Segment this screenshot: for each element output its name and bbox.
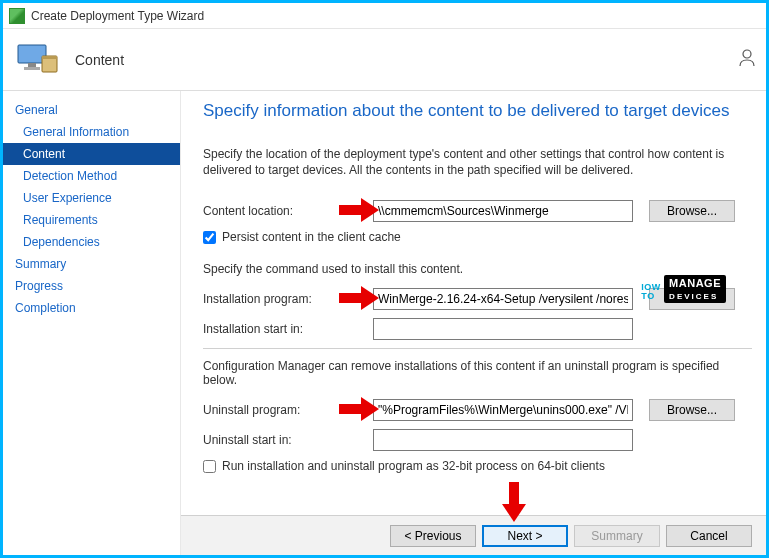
monitor-icon bbox=[17, 42, 59, 78]
persist-checkbox[interactable] bbox=[203, 231, 216, 244]
main: GeneralGeneral InformationContentDetecti… bbox=[3, 91, 766, 555]
content-desc: Specify the location of the deployment t… bbox=[203, 147, 733, 178]
watermark: IOW TO MANAGE DEVICES bbox=[641, 275, 726, 303]
browse-location-button[interactable]: Browse... bbox=[649, 200, 735, 222]
install-start-label: Installation start in: bbox=[203, 322, 373, 336]
next-button[interactable]: Next > bbox=[482, 525, 568, 547]
run32-label: Run installation and uninstall program a… bbox=[222, 459, 605, 473]
browse-uninstall-button[interactable]: Browse... bbox=[649, 399, 735, 421]
wizard-sidebar: GeneralGeneral InformationContentDetecti… bbox=[3, 91, 181, 555]
sidebar-item-general-information[interactable]: General Information bbox=[3, 121, 180, 143]
wizard-header: Content bbox=[3, 29, 766, 91]
uninstall-start-label: Uninstall start in: bbox=[203, 433, 373, 447]
watermark-how: IOW TO bbox=[641, 283, 661, 301]
row-persist: Persist content in the client cache bbox=[203, 230, 752, 244]
sidebar-item-user-experience[interactable]: User Experience bbox=[3, 187, 180, 209]
sidebar-item-content[interactable]: Content bbox=[3, 143, 180, 165]
window-title: Create Deployment Type Wizard bbox=[31, 9, 204, 23]
uninstall-start-input[interactable] bbox=[373, 429, 633, 451]
uninstall-program-label: Uninstall program: bbox=[203, 403, 373, 417]
uninstall-desc: Configuration Manager can remove install… bbox=[203, 359, 752, 387]
row-run32: Run installation and uninstall program a… bbox=[203, 459, 752, 473]
svg-rect-1 bbox=[28, 63, 36, 67]
cancel-button[interactable]: Cancel bbox=[666, 525, 752, 547]
summary-button: Summary bbox=[574, 525, 660, 547]
previous-button[interactable]: < Previous bbox=[390, 525, 476, 547]
content-location-label: Content location: bbox=[203, 204, 373, 218]
sidebar-item-summary[interactable]: Summary bbox=[3, 253, 180, 275]
app-icon bbox=[9, 8, 25, 24]
header-title: Content bbox=[75, 52, 124, 68]
content-pane: Specify information about the content to… bbox=[181, 91, 766, 555]
persist-label: Persist content in the client cache bbox=[222, 230, 401, 244]
content-heading: Specify information about the content to… bbox=[203, 101, 752, 121]
svg-rect-2 bbox=[24, 67, 40, 70]
sidebar-item-general[interactable]: General bbox=[3, 99, 180, 121]
svg-rect-4 bbox=[42, 56, 57, 59]
sidebar-item-dependencies[interactable]: Dependencies bbox=[3, 231, 180, 253]
user-icon[interactable] bbox=[738, 47, 760, 69]
title-bar: Create Deployment Type Wizard bbox=[3, 3, 766, 29]
uninstall-program-input[interactable] bbox=[373, 399, 633, 421]
sidebar-item-completion[interactable]: Completion bbox=[3, 297, 180, 319]
svg-point-5 bbox=[743, 50, 751, 58]
sidebar-item-progress[interactable]: Progress bbox=[3, 275, 180, 297]
row-uninstall-program: Uninstall program: Browse... bbox=[203, 399, 752, 421]
content-location-input[interactable] bbox=[373, 200, 633, 222]
row-install-start: Installation start in: bbox=[203, 318, 752, 340]
divider bbox=[203, 348, 752, 349]
row-content-location: Content location: Browse... bbox=[203, 200, 752, 222]
row-uninstall-start: Uninstall start in: bbox=[203, 429, 752, 451]
sidebar-item-requirements[interactable]: Requirements bbox=[3, 209, 180, 231]
install-program-label: Installation program: bbox=[203, 292, 373, 306]
run32-checkbox[interactable] bbox=[203, 460, 216, 473]
install-program-input[interactable] bbox=[373, 288, 633, 310]
sidebar-item-detection-method[interactable]: Detection Method bbox=[3, 165, 180, 187]
install-start-input[interactable] bbox=[373, 318, 633, 340]
wizard-footer: < Previous Next > Summary Cancel bbox=[181, 515, 766, 555]
watermark-manage: MANAGE DEVICES bbox=[664, 275, 726, 303]
